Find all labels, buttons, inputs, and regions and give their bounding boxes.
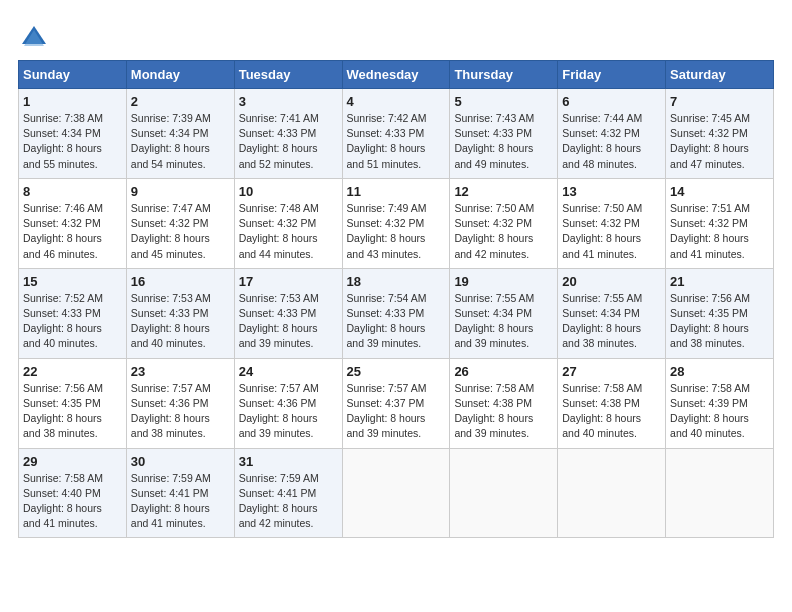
- day-info: Sunrise: 7:59 AMSunset: 4:41 PMDaylight:…: [131, 471, 230, 532]
- day-number: 2: [131, 94, 230, 109]
- day-info: Sunrise: 7:53 AMSunset: 4:33 PMDaylight:…: [239, 291, 338, 352]
- calendar-cell: 15Sunrise: 7:52 AMSunset: 4:33 PMDayligh…: [19, 268, 127, 358]
- calendar-cell: 7Sunrise: 7:45 AMSunset: 4:32 PMDaylight…: [666, 89, 774, 179]
- calendar-week-row: 8Sunrise: 7:46 AMSunset: 4:32 PMDaylight…: [19, 178, 774, 268]
- day-info: Sunrise: 7:52 AMSunset: 4:33 PMDaylight:…: [23, 291, 122, 352]
- day-number: 31: [239, 454, 338, 469]
- header-wednesday: Wednesday: [342, 61, 450, 89]
- day-info: Sunrise: 7:58 AMSunset: 4:39 PMDaylight:…: [670, 381, 769, 442]
- calendar-cell: [342, 448, 450, 538]
- day-number: 18: [347, 274, 446, 289]
- calendar-header-row: SundayMondayTuesdayWednesdayThursdayFrid…: [19, 61, 774, 89]
- day-number: 22: [23, 364, 122, 379]
- calendar-cell: 21Sunrise: 7:56 AMSunset: 4:35 PMDayligh…: [666, 268, 774, 358]
- day-info: Sunrise: 7:57 AMSunset: 4:36 PMDaylight:…: [239, 381, 338, 442]
- day-number: 10: [239, 184, 338, 199]
- day-info: Sunrise: 7:39 AMSunset: 4:34 PMDaylight:…: [131, 111, 230, 172]
- calendar-week-row: 1Sunrise: 7:38 AMSunset: 4:34 PMDaylight…: [19, 89, 774, 179]
- day-info: Sunrise: 7:58 AMSunset: 4:40 PMDaylight:…: [23, 471, 122, 532]
- calendar-cell: 10Sunrise: 7:48 AMSunset: 4:32 PMDayligh…: [234, 178, 342, 268]
- header-saturday: Saturday: [666, 61, 774, 89]
- calendar-cell: 8Sunrise: 7:46 AMSunset: 4:32 PMDaylight…: [19, 178, 127, 268]
- calendar-cell: 5Sunrise: 7:43 AMSunset: 4:33 PMDaylight…: [450, 89, 558, 179]
- calendar-cell: 13Sunrise: 7:50 AMSunset: 4:32 PMDayligh…: [558, 178, 666, 268]
- day-number: 16: [131, 274, 230, 289]
- day-number: 8: [23, 184, 122, 199]
- day-info: Sunrise: 7:57 AMSunset: 4:36 PMDaylight:…: [131, 381, 230, 442]
- day-info: Sunrise: 7:55 AMSunset: 4:34 PMDaylight:…: [454, 291, 553, 352]
- calendar-cell: 12Sunrise: 7:50 AMSunset: 4:32 PMDayligh…: [450, 178, 558, 268]
- calendar-cell: 30Sunrise: 7:59 AMSunset: 4:41 PMDayligh…: [126, 448, 234, 538]
- day-number: 24: [239, 364, 338, 379]
- day-number: 29: [23, 454, 122, 469]
- day-number: 3: [239, 94, 338, 109]
- calendar-cell: 3Sunrise: 7:41 AMSunset: 4:33 PMDaylight…: [234, 89, 342, 179]
- calendar-cell: 6Sunrise: 7:44 AMSunset: 4:32 PMDaylight…: [558, 89, 666, 179]
- day-info: Sunrise: 7:50 AMSunset: 4:32 PMDaylight:…: [562, 201, 661, 262]
- calendar-cell: 16Sunrise: 7:53 AMSunset: 4:33 PMDayligh…: [126, 268, 234, 358]
- calendar-week-row: 22Sunrise: 7:56 AMSunset: 4:35 PMDayligh…: [19, 358, 774, 448]
- day-number: 4: [347, 94, 446, 109]
- day-info: Sunrise: 7:58 AMSunset: 4:38 PMDaylight:…: [454, 381, 553, 442]
- day-number: 15: [23, 274, 122, 289]
- calendar-cell: 28Sunrise: 7:58 AMSunset: 4:39 PMDayligh…: [666, 358, 774, 448]
- calendar-cell: 1Sunrise: 7:38 AMSunset: 4:34 PMDaylight…: [19, 89, 127, 179]
- day-info: Sunrise: 7:48 AMSunset: 4:32 PMDaylight:…: [239, 201, 338, 262]
- calendar-table: SundayMondayTuesdayWednesdayThursdayFrid…: [18, 60, 774, 538]
- day-number: 13: [562, 184, 661, 199]
- logo: [18, 22, 54, 54]
- calendar-cell: 11Sunrise: 7:49 AMSunset: 4:32 PMDayligh…: [342, 178, 450, 268]
- day-info: Sunrise: 7:51 AMSunset: 4:32 PMDaylight:…: [670, 201, 769, 262]
- day-number: 20: [562, 274, 661, 289]
- day-info: Sunrise: 7:45 AMSunset: 4:32 PMDaylight:…: [670, 111, 769, 172]
- header-tuesday: Tuesday: [234, 61, 342, 89]
- day-number: 17: [239, 274, 338, 289]
- logo-icon: [18, 22, 50, 54]
- calendar-cell: [558, 448, 666, 538]
- day-info: Sunrise: 7:55 AMSunset: 4:34 PMDaylight:…: [562, 291, 661, 352]
- calendar-week-row: 29Sunrise: 7:58 AMSunset: 4:40 PMDayligh…: [19, 448, 774, 538]
- calendar-cell: 9Sunrise: 7:47 AMSunset: 4:32 PMDaylight…: [126, 178, 234, 268]
- calendar-cell: 20Sunrise: 7:55 AMSunset: 4:34 PMDayligh…: [558, 268, 666, 358]
- day-number: 23: [131, 364, 230, 379]
- day-number: 7: [670, 94, 769, 109]
- day-info: Sunrise: 7:38 AMSunset: 4:34 PMDaylight:…: [23, 111, 122, 172]
- calendar-cell: 27Sunrise: 7:58 AMSunset: 4:38 PMDayligh…: [558, 358, 666, 448]
- calendar-cell: 31Sunrise: 7:59 AMSunset: 4:41 PMDayligh…: [234, 448, 342, 538]
- calendar-cell: [450, 448, 558, 538]
- day-info: Sunrise: 7:59 AMSunset: 4:41 PMDaylight:…: [239, 471, 338, 532]
- day-info: Sunrise: 7:57 AMSunset: 4:37 PMDaylight:…: [347, 381, 446, 442]
- calendar-cell: 29Sunrise: 7:58 AMSunset: 4:40 PMDayligh…: [19, 448, 127, 538]
- day-number: 1: [23, 94, 122, 109]
- calendar-cell: 23Sunrise: 7:57 AMSunset: 4:36 PMDayligh…: [126, 358, 234, 448]
- day-number: 6: [562, 94, 661, 109]
- calendar-cell: 18Sunrise: 7:54 AMSunset: 4:33 PMDayligh…: [342, 268, 450, 358]
- day-number: 12: [454, 184, 553, 199]
- calendar-cell: 26Sunrise: 7:58 AMSunset: 4:38 PMDayligh…: [450, 358, 558, 448]
- day-info: Sunrise: 7:54 AMSunset: 4:33 PMDaylight:…: [347, 291, 446, 352]
- day-info: Sunrise: 7:44 AMSunset: 4:32 PMDaylight:…: [562, 111, 661, 172]
- day-info: Sunrise: 7:42 AMSunset: 4:33 PMDaylight:…: [347, 111, 446, 172]
- header-thursday: Thursday: [450, 61, 558, 89]
- calendar-week-row: 15Sunrise: 7:52 AMSunset: 4:33 PMDayligh…: [19, 268, 774, 358]
- calendar-cell: 17Sunrise: 7:53 AMSunset: 4:33 PMDayligh…: [234, 268, 342, 358]
- day-number: 21: [670, 274, 769, 289]
- calendar-cell: 25Sunrise: 7:57 AMSunset: 4:37 PMDayligh…: [342, 358, 450, 448]
- day-info: Sunrise: 7:43 AMSunset: 4:33 PMDaylight:…: [454, 111, 553, 172]
- day-number: 28: [670, 364, 769, 379]
- day-info: Sunrise: 7:49 AMSunset: 4:32 PMDaylight:…: [347, 201, 446, 262]
- day-number: 14: [670, 184, 769, 199]
- day-info: Sunrise: 7:56 AMSunset: 4:35 PMDaylight:…: [23, 381, 122, 442]
- header-sunday: Sunday: [19, 61, 127, 89]
- day-info: Sunrise: 7:46 AMSunset: 4:32 PMDaylight:…: [23, 201, 122, 262]
- calendar-cell: 24Sunrise: 7:57 AMSunset: 4:36 PMDayligh…: [234, 358, 342, 448]
- day-number: 26: [454, 364, 553, 379]
- day-number: 27: [562, 364, 661, 379]
- header: [18, 18, 774, 54]
- day-info: Sunrise: 7:58 AMSunset: 4:38 PMDaylight:…: [562, 381, 661, 442]
- day-number: 5: [454, 94, 553, 109]
- calendar-cell: 14Sunrise: 7:51 AMSunset: 4:32 PMDayligh…: [666, 178, 774, 268]
- day-number: 9: [131, 184, 230, 199]
- calendar-cell: [666, 448, 774, 538]
- day-number: 25: [347, 364, 446, 379]
